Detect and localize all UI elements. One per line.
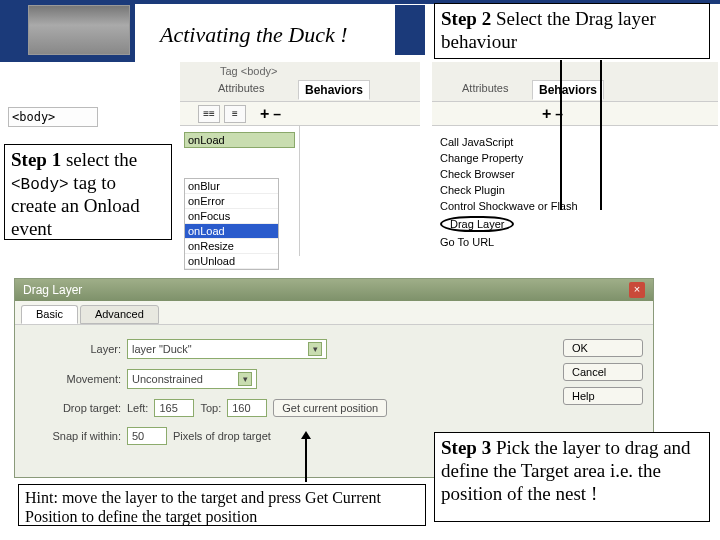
header-photo <box>28 5 130 55</box>
tab-behaviors[interactable]: Behaviors <box>298 80 370 100</box>
behaviors-panel-right: Attributes Behaviors + – Call JavaScript… <box>432 62 718 257</box>
behavior-item[interactable]: Call JavaScript <box>436 134 714 150</box>
get-current-position-button[interactable]: Get current position <box>273 399 387 417</box>
event-dropdown[interactable]: onBlur onError onFocus onLoad onResize o… <box>184 178 279 270</box>
tab-advanced[interactable]: Advanced <box>80 305 159 324</box>
event-option[interactable]: onError <box>185 194 278 209</box>
behavior-item-drag-layer[interactable]: Drag Layer <box>436 214 714 234</box>
behavior-menu[interactable]: Call JavaScript Change Property Check Br… <box>436 134 714 250</box>
tab-behaviors[interactable]: Behaviors <box>532 80 604 100</box>
behavior-item[interactable]: Go To URL <box>436 234 714 250</box>
arrow-line <box>600 60 602 210</box>
panel-tag-title: Tag <body> <box>220 65 278 77</box>
top-label: Top: <box>200 402 221 414</box>
behavior-item[interactable]: Check Plugin <box>436 182 714 198</box>
top-input[interactable]: 160 <box>227 399 267 417</box>
layer-label: Layer: <box>25 343 121 355</box>
event-option[interactable]: onUnload <box>185 254 278 269</box>
event-option[interactable]: onBlur <box>185 179 278 194</box>
behavior-item[interactable]: Change Property <box>436 150 714 166</box>
movement-label: Movement: <box>25 373 121 385</box>
tab-attributes[interactable]: Attributes <box>218 82 264 94</box>
snap-input[interactable]: 50 <box>127 427 167 445</box>
event-option[interactable]: onFocus <box>185 209 278 224</box>
left-input[interactable]: 165 <box>154 399 194 417</box>
movement-select[interactable]: Unconstrained▾ <box>127 369 257 389</box>
step2-callout: Step 2 Select the Drag layer behaviour <box>434 3 710 59</box>
dialog-title: Drag Layer <box>23 283 82 297</box>
toolbtn[interactable]: ≡ <box>224 105 246 123</box>
event-option[interactable]: onLoad <box>185 224 278 239</box>
add-behavior-icon[interactable]: + <box>542 105 551 123</box>
tab-attributes[interactable]: Attributes <box>462 82 508 94</box>
help-button[interactable]: Help <box>563 387 643 405</box>
toolbtn[interactable]: ≡≡ <box>198 105 220 123</box>
layer-select[interactable]: layer "Duck"▾ <box>127 339 327 359</box>
step1-callout: Step 1 select the <Body> tag to create a… <box>4 144 172 240</box>
chevron-down-icon[interactable]: ▾ <box>308 342 322 356</box>
chevron-down-icon[interactable]: ▾ <box>238 372 252 386</box>
arrow-up-icon <box>305 437 307 482</box>
step3-callout: Step 3 Pick the layer to drag and define… <box>434 432 710 522</box>
page-title: Activating the Duck ! <box>160 22 348 48</box>
behavior-item[interactable]: Check Browser <box>436 166 714 182</box>
event-option[interactable]: onResize <box>185 239 278 254</box>
drop-target-label: Drop target: <box>25 402 121 414</box>
snap-unit: Pixels of drop target <box>173 430 271 442</box>
ok-button[interactable]: OK <box>563 339 643 357</box>
tab-basic[interactable]: Basic <box>21 305 78 324</box>
close-icon[interactable]: × <box>629 282 645 298</box>
behavior-item[interactable]: Control Shockwave or Flash <box>436 198 714 214</box>
behaviors-panel-left: Tag <body> Attributes Behaviors ≡≡ ≡ + –… <box>180 62 420 257</box>
body-tag-chip[interactable]: <body> <box>8 107 98 127</box>
snap-label: Snap if within: <box>25 430 121 442</box>
left-label: Left: <box>127 402 148 414</box>
remove-behavior-icon[interactable]: – <box>273 106 281 122</box>
cancel-button[interactable]: Cancel <box>563 363 643 381</box>
hint-callout: Hint: move the layer to the target and p… <box>18 484 426 526</box>
add-behavior-icon[interactable]: + <box>260 105 269 123</box>
selected-event[interactable]: onLoad <box>184 132 295 148</box>
arrow-line <box>560 60 562 210</box>
